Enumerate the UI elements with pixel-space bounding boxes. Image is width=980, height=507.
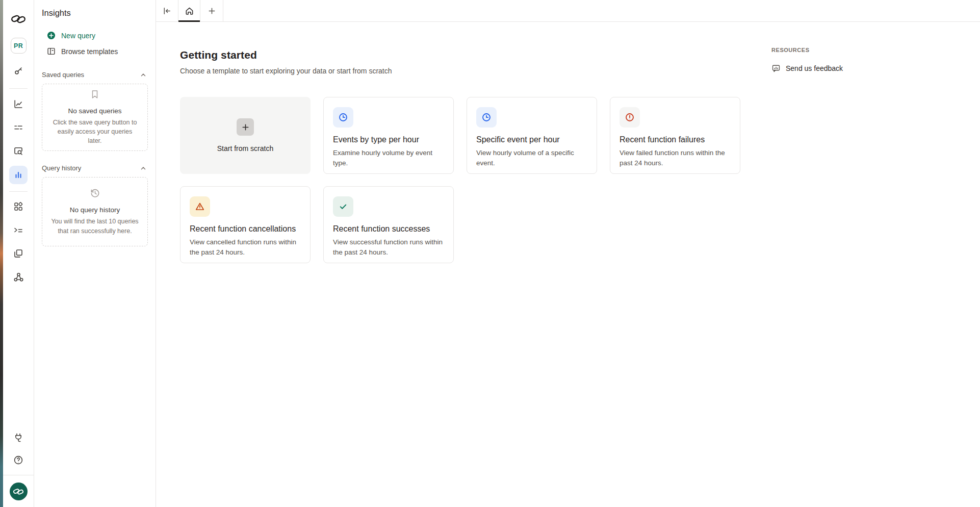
rail-divider bbox=[3, 475, 34, 475]
collapse-sidebar-button[interactable] bbox=[156, 0, 178, 21]
empty-body: You will find the last 10 queries that r… bbox=[47, 217, 142, 235]
resources-header: RESOURCES bbox=[771, 47, 843, 53]
templates-panel-icon bbox=[47, 47, 56, 56]
start-from-scratch-label: Start from scratch bbox=[217, 144, 273, 153]
windows-icon[interactable] bbox=[10, 245, 27, 262]
plus-icon bbox=[237, 118, 254, 136]
browse-templates-label: Browse templates bbox=[61, 47, 118, 56]
chevron-up-icon[interactable] bbox=[140, 71, 147, 79]
resources-section: RESOURCES Send us feedback bbox=[771, 47, 843, 73]
tab-bar bbox=[156, 0, 980, 22]
card-title: Recent function failures bbox=[620, 135, 731, 144]
template-cards-grid: Start from scratch Events by type per ho… bbox=[180, 97, 742, 263]
search-logs-icon[interactable] bbox=[10, 142, 27, 160]
runs-icon[interactable] bbox=[10, 119, 27, 136]
query-history-header: Query history bbox=[34, 164, 156, 172]
template-card-function-successes[interactable]: Recent function successes View successfu… bbox=[323, 186, 454, 263]
template-card-specific-event[interactable]: Specific event per hour View hourly volu… bbox=[467, 97, 597, 174]
template-card-function-failures[interactable]: Recent function failures View failed fun… bbox=[610, 97, 740, 174]
plus-circle-icon bbox=[47, 31, 56, 40]
start-from-scratch-card[interactable]: Start from scratch bbox=[180, 97, 311, 174]
warning-triangle-icon bbox=[190, 196, 210, 217]
apps-icon[interactable] bbox=[10, 198, 27, 215]
empty-body: Click the save query button to easily ac… bbox=[47, 118, 142, 145]
rail-divider bbox=[9, 191, 28, 192]
alert-circle-icon bbox=[620, 107, 640, 128]
query-history-empty-state: No query history You will find the last … bbox=[42, 177, 148, 246]
key-icon[interactable] bbox=[10, 62, 27, 79]
insights-sidebar: Insights New query Browse templates Save… bbox=[34, 0, 156, 507]
environment-badge[interactable]: PR bbox=[11, 38, 27, 54]
new-query-label: New query bbox=[61, 32, 95, 40]
getting-started-content: Getting started Choose a template to sta… bbox=[156, 22, 980, 507]
empty-title: No query history bbox=[70, 206, 120, 214]
send-feedback-button[interactable]: Send us feedback bbox=[771, 64, 843, 73]
card-description: Examine hourly volume by event type. bbox=[333, 148, 444, 168]
card-description: View hourly volume of a specific event. bbox=[476, 148, 587, 168]
insights-icon[interactable] bbox=[9, 166, 28, 184]
card-title: Recent function successes bbox=[333, 224, 444, 234]
functions-icon[interactable] bbox=[10, 221, 27, 239]
inngest-logo-icon bbox=[10, 10, 27, 28]
query-history-label: Query history bbox=[42, 164, 81, 172]
clock-icon bbox=[476, 107, 497, 128]
page-title: Getting started bbox=[180, 49, 980, 61]
clock-icon bbox=[333, 107, 353, 128]
tab-home[interactable] bbox=[178, 0, 200, 21]
webhooks-icon[interactable] bbox=[10, 268, 27, 286]
metrics-icon[interactable] bbox=[10, 95, 27, 113]
saved-queries-empty-state: No saved queries Click the save query bu… bbox=[42, 84, 148, 151]
integrations-plug-icon[interactable] bbox=[10, 429, 27, 446]
template-card-function-cancellations[interactable]: Recent function cancellations View cance… bbox=[180, 186, 311, 263]
chevron-up-icon[interactable] bbox=[140, 165, 147, 172]
new-tab-button[interactable] bbox=[200, 0, 223, 21]
main-area: Getting started Choose a template to sta… bbox=[156, 0, 980, 507]
card-title: Specific event per hour bbox=[476, 135, 587, 144]
send-feedback-label: Send us feedback bbox=[786, 64, 843, 72]
history-clock-icon bbox=[90, 188, 100, 200]
home-icon bbox=[185, 6, 194, 16]
feedback-icon bbox=[771, 64, 781, 73]
sidebar-title: Insights bbox=[34, 8, 156, 18]
new-query-button[interactable]: New query bbox=[34, 31, 156, 40]
saved-queries-label: Saved queries bbox=[42, 71, 84, 79]
icon-rail: PR bbox=[3, 0, 34, 507]
browse-templates-button[interactable]: Browse templates bbox=[34, 47, 156, 56]
page-subtitle: Choose a template to start exploring you… bbox=[180, 67, 980, 75]
card-description: View cancelled function runs within the … bbox=[190, 237, 301, 257]
bookmark-icon bbox=[90, 89, 100, 102]
saved-queries-header: Saved queries bbox=[34, 71, 156, 79]
card-title: Recent function cancellations bbox=[190, 224, 301, 234]
card-description: View failed function runs within the pas… bbox=[620, 148, 731, 168]
help-icon[interactable] bbox=[10, 451, 27, 469]
card-title: Events by type per hour bbox=[333, 135, 444, 144]
empty-title: No saved queries bbox=[68, 107, 121, 115]
template-card-events-by-type[interactable]: Events by type per hour Examine hourly v… bbox=[323, 97, 454, 174]
rail-divider bbox=[9, 88, 28, 89]
user-avatar[interactable] bbox=[10, 483, 28, 500]
card-description: View successful function runs within the… bbox=[333, 237, 444, 257]
check-icon bbox=[333, 196, 353, 217]
